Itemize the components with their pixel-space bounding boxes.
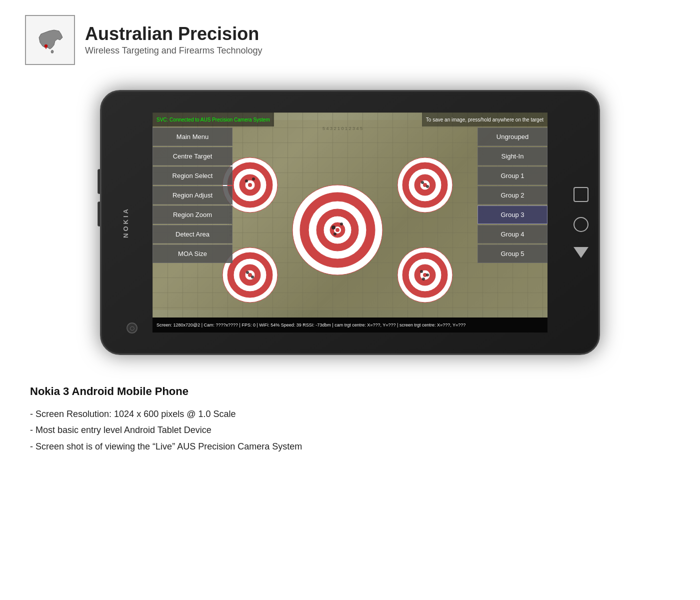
square-button[interactable] [574,187,588,202]
main-menu-button[interactable]: Main Menu [152,128,232,146]
region-zoom-button[interactable]: Region Zoom [152,206,232,224]
svg-text:5 4 3 2 1 0 1 2 3 4 5: 5 4 3 2 1 0 1 2 3 4 5 [322,126,362,131]
logo-box [25,15,75,65]
group4-button[interactable]: Group 4 [478,225,548,244]
region-select-button[interactable]: Region Select [152,166,232,185]
target-background: 5 4 3 2 1 0 1 2 3 4 5 5 4 3 2 1 0 1 2 3 … [152,112,548,318]
phone-screen: SVC: Connected to AUS Precision Camera S… [152,112,548,332]
svg-point-48 [422,278,425,280]
save-tip: To save an image, press/hold anywhere on… [422,112,548,126]
circle-button[interactable] [574,217,588,232]
detect-area-button[interactable]: Detect Area [152,225,232,244]
svg-marker-0 [39,30,62,49]
company-name: Australian Precision [85,24,262,44]
svg-point-38 [246,271,249,274]
svg-point-31 [334,232,336,236]
centre-target-button[interactable]: Centre Target [152,147,232,166]
header-text: Australian Precision Wireless Targeting … [85,24,262,56]
device-title: Nokia 3 Android Mobile Phone [30,385,670,398]
group3-button[interactable]: Group 3 [478,206,548,224]
spec-line-1: - Screen Resolution: 1024 x 600 pixels @… [30,406,670,422]
company-tagline: Wireless Targeting and Firearms Technolo… [85,46,262,56]
svg-point-46 [420,270,423,273]
svc-status: SVC: Connected to AUS Precision Camera S… [152,112,274,126]
svg-point-20 [426,185,429,188]
triangle-button[interactable] [574,247,588,258]
svg-point-10 [248,183,252,187]
group2-button[interactable]: Group 2 [478,186,548,204]
device-description: - Screen Resolution: 1024 x 600 pixels @… [30,406,670,454]
right-menu: Ungrouped Sight-In Group 1 Group 2 Group… [478,128,548,263]
svg-point-11 [245,180,248,182]
svg-point-30 [340,222,343,226]
group1-button[interactable]: Group 1 [478,166,548,185]
info-bar: Screen: 1280x720@2 | Cam: ????x???? | FP… [152,318,548,332]
volume-up-button[interactable] [98,169,100,194]
info-text: Screen: 1280x720@2 | Cam: ????x???? | FP… [156,322,466,328]
bottom-text-section: Nokia 3 Android Mobile Phone - Screen Re… [0,375,700,464]
spec-line-3: - Screen shot is of viewing the “Live” A… [30,438,670,454]
nokia-brand-label: NOKIA [122,207,130,238]
sight-in-button[interactable]: Sight-In [478,147,548,166]
svg-point-12 [252,178,255,180]
svg-point-29 [332,226,336,230]
nfc-indicator: ◯ [126,322,138,334]
status-bar: SVC: Connected to AUS Precision Camera S… [152,112,548,126]
svg-point-39 [251,276,254,278]
left-menu: Main Menu Centre Target Region Select Re… [152,128,232,263]
region-adjust-button[interactable]: Region Adjust [152,186,232,204]
australia-map-icon [30,20,70,60]
header: Australian Precision Wireless Targeting … [0,0,700,80]
nokia-phone: NOKIA ◯ SVC: Connected to AUS Precision … [100,90,600,355]
ungrouped-button[interactable]: Ungrouped [478,128,548,146]
svg-point-28 [336,228,340,232]
phone-wrapper: NOKIA ◯ SVC: Connected to AUS Precision … [0,90,700,355]
volume-down-button[interactable] [98,202,100,226]
svg-point-47 [426,274,429,276]
svg-point-19 [421,181,424,184]
group5-button[interactable]: Group 5 [478,244,548,263]
spec-line-2: - Most basic entry level Android Tablet … [30,422,670,438]
right-controls [574,187,588,258]
svg-marker-1 [51,50,54,53]
moa-size-button[interactable]: MOA Size [152,244,232,263]
